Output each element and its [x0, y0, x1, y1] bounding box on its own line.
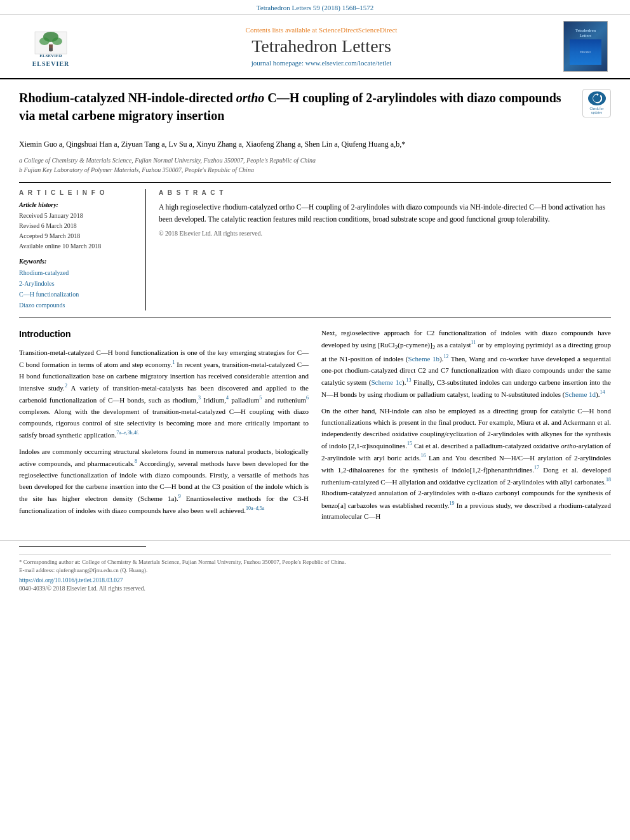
page: Tetrahedron Letters 59 (2018) 1568–1572 … — [0, 0, 630, 840]
svg-point-2 — [39, 37, 50, 45]
keyword-3: C—H functionalization — [19, 289, 136, 300]
doi-link[interactable]: https://doi.org/10.1016/j.tetlet.2018.03… — [19, 577, 123, 583]
journal-cover-image: Tetrahedron Letters Elsevier — [563, 21, 608, 72]
sd-name: ScienceDirect — [358, 26, 398, 34]
elsevier-logo: ELSEVIER ELSEVIER — [32, 25, 70, 67]
footer-links: https://doi.org/10.1016/j.tetlet.2018.03… — [19, 577, 611, 583]
intro-para-2: Indoles are commonly occurring structura… — [19, 446, 309, 516]
corresponding-author-note: * Corresponding author at: College of Ch… — [19, 558, 611, 567]
article-info-col: A R T I C L E I N F O Article history: R… — [19, 189, 146, 310]
journal-homepage: journal homepage: www.elsevier.com/locat… — [89, 59, 554, 67]
keywords-section: Keywords: Rhodium-catalyzed 2-Arylindole… — [19, 258, 136, 310]
footer-divider — [19, 546, 146, 547]
authors-full: Xiemin Guo a, Qingshuai Han a, Ziyuan Ta… — [19, 140, 405, 149]
keyword-1: Rhodium-catalyzed — [19, 267, 136, 278]
title-italic: ortho — [236, 91, 264, 105]
article-content: Rhodium-catalyzed NH-indole-directed ort… — [0, 79, 630, 540]
revised-date: Revised 6 March 2018 — [19, 221, 136, 231]
journal-title: Tetrahedron Letters — [89, 36, 554, 57]
footnote-section: * Corresponding author at: College of Ch… — [19, 554, 611, 575]
science-direct-label[interactable]: ScienceDirect — [319, 26, 358, 34]
check-updates-label: Check for updates — [585, 107, 608, 115]
journal-header: ELSEVIER ELSEVIER Contents lists availab… — [0, 15, 630, 79]
affil-b: b Fujian Key Laboratory of Polymer Mater… — [19, 165, 611, 175]
top-bar: Tetrahedron Letters 59 (2018) 1568–1572 — [0, 0, 630, 15]
keyword-2: 2-Arylindoles — [19, 278, 136, 289]
abstract-text: A high regioselective rhodium-catalyzed … — [159, 201, 611, 225]
check-for-updates-badge[interactable]: Check for updates — [582, 89, 611, 117]
body-content: Introduction Transition-metal-catalyzed … — [19, 327, 611, 527]
title-part1: Rhodium-catalyzed NH-indole-directed — [19, 91, 236, 105]
publisher-logo-area: ELSEVIER ELSEVIER — [13, 25, 89, 67]
intro-para-1: Transition-metal-catalyzed C—H bond func… — [19, 347, 309, 441]
journal-header-center: Contents lists available at ScienceDirec… — [89, 26, 554, 67]
journal-ref: Tetrahedron Letters 59 (2018) 1568–1572 — [257, 4, 373, 11]
email-note: E-mail address: qiufenghuang@fjnu.edu.cn… — [19, 566, 611, 575]
elsevier-tree-icon: ELSEVIER — [32, 25, 70, 60]
intro-para-3: Next, regioselective approach for C2 fun… — [321, 327, 611, 400]
keyword-4: Diazo compounds — [19, 300, 136, 310]
abstract-label: A B S T R A C T — [159, 189, 611, 196]
copyright-text: © 2018 Elsevier Ltd. All rights reserved… — [159, 230, 611, 237]
homepage-label: journal homepage: www.elsevier.com/locat… — [251, 59, 391, 67]
elsevier-label: ELSEVIER — [32, 60, 70, 67]
authors-line: Xiemin Guo a, Qingshuai Han a, Ziyuan Ta… — [19, 138, 611, 150]
article-history-title: Article history: — [19, 201, 136, 208]
issn-text: 0040-4039/© 2018 Elsevier Ltd. All right… — [19, 585, 611, 592]
body-left-col: Introduction Transition-metal-catalyzed … — [19, 327, 309, 527]
journal-cover-area: Tetrahedron Letters Elsevier — [554, 21, 617, 72]
article-title: Rhodium-catalyzed NH-indole-directed ort… — [19, 89, 576, 124]
accepted-date: Accepted 9 March 2018 — [19, 231, 136, 241]
contents-available-label: Contents lists available at — [246, 26, 318, 34]
svg-point-5 — [49, 48, 53, 51]
affiliations: a College of Chemistry & Materials Scien… — [19, 156, 611, 175]
science-direct-link: Contents lists available at ScienceDirec… — [89, 26, 554, 34]
abstract-col: A B S T R A C T A high regioselective rh… — [159, 189, 611, 310]
keywords-title: Keywords: — [19, 258, 136, 265]
affil-a: a College of Chemistry & Materials Scien… — [19, 156, 611, 165]
svg-point-3 — [52, 37, 62, 45]
article-info-label: A R T I C L E I N F O — [19, 189, 136, 196]
received-date: Received 5 January 2018 — [19, 211, 136, 221]
svg-text:ELSEVIER: ELSEVIER — [39, 53, 62, 58]
footer: * Corresponding author at: College of Ch… — [0, 540, 630, 597]
refresh-icon — [592, 93, 602, 103]
available-date: Available online 10 March 2018 — [19, 241, 136, 251]
article-info-abstract: A R T I C L E I N F O Article history: R… — [19, 182, 611, 317]
body-right-col: Next, regioselective approach for C2 fun… — [321, 327, 611, 527]
intro-para-4: On the other hand, NH-indole can also be… — [321, 405, 611, 523]
intro-section-title: Introduction — [19, 327, 309, 342]
